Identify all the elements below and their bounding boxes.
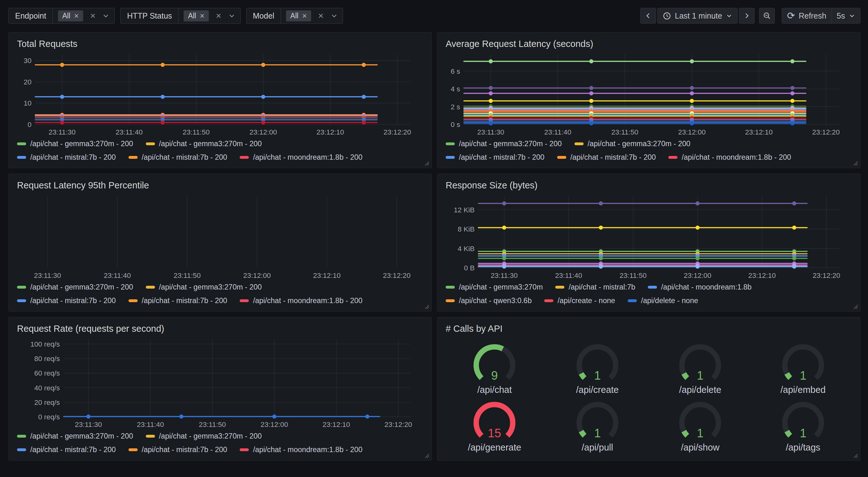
panel-title[interactable]: Average Request Latency (seconds) <box>443 36 855 51</box>
legend-item[interactable]: /api/chat - gemma3:270m - 200 <box>575 140 691 148</box>
remove-value-icon[interactable]: × <box>200 12 205 20</box>
time-zoom-out-button[interactable] <box>759 8 775 24</box>
panel-resize-handle[interactable] <box>424 161 430 166</box>
legend-item[interactable]: /api/chat - gemma3:270m - 200 <box>17 432 133 441</box>
svg-text:23:11:40: 23:11:40 <box>104 272 131 279</box>
legend-item[interactable]: /api/chat - moondream:1.8b - 200 <box>240 296 362 305</box>
gauge-api-pull: 1/api/pull <box>546 397 649 455</box>
filter-model-selected-pill[interactable]: All × <box>286 10 311 22</box>
legend-item[interactable]: /api/chat - qwen3:0.6b <box>446 296 532 305</box>
svg-text:23:11:30: 23:11:30 <box>491 272 518 279</box>
filter-endpoint-selected-pill[interactable]: All × <box>58 10 83 22</box>
panel-resize-handle[interactable] <box>853 304 859 310</box>
svg-text:40 req/s: 40 req/s <box>34 384 60 392</box>
legend-item[interactable]: /api/chat - gemma3:270m - 200 <box>446 140 562 148</box>
time-range-picker-button[interactable]: Last 1 minute <box>657 8 738 24</box>
legend-series-label: /api/chat - mistral:7b - 200 <box>459 153 545 161</box>
svg-text:23:11:30: 23:11:30 <box>75 421 102 428</box>
legend-series-color-chip <box>128 156 137 159</box>
legend-item[interactable]: /api/chat - gemma3:270m - 200 <box>146 432 262 441</box>
panel-resize-handle[interactable] <box>424 453 430 459</box>
gauge-api-create: 1/api/create <box>546 339 649 397</box>
svg-text:100 req/s: 100 req/s <box>30 340 60 348</box>
legend-item[interactable]: /api/chat - moondream:1.8b - 200 <box>240 153 362 161</box>
remove-value-icon[interactable]: × <box>74 12 79 20</box>
panel-title[interactable]: Request Latency 95th Percentile <box>14 177 426 192</box>
chart-canvas-request-rate[interactable]: 0 req/s20 req/s40 req/s60 req/s80 req/s1… <box>14 335 426 429</box>
legend-item[interactable]: /api/chat - gemma3:270m - 200 <box>146 283 262 292</box>
legend-item[interactable]: /api/chat - mistral:7b - 200 <box>17 153 116 161</box>
filter-model[interactable]: Model All × × <box>246 8 343 24</box>
legend-series-color-chip <box>555 286 564 289</box>
legend-item[interactable]: /api/delete - none <box>628 296 698 305</box>
svg-text:23:12:00: 23:12:00 <box>678 128 706 136</box>
legend-item[interactable]: /api/chat - gemma3:270m <box>446 283 542 292</box>
refresh-group: ⟳ Refresh 5s <box>782 8 861 24</box>
legend-item[interactable]: /api/chat - mistral:7b - 200 <box>17 296 116 305</box>
filter-http-status-selected-pill[interactable]: All × <box>184 10 209 22</box>
magnifier-minus-icon <box>763 12 771 20</box>
filter-http-status[interactable]: HTTP Status All × × <box>120 8 240 24</box>
legend-average-latency: /api/chat - gemma3:270m - 200/api/chat -… <box>443 137 855 166</box>
panel-title[interactable]: Total Requests <box>14 36 426 51</box>
time-shift-back-button[interactable] <box>640 8 656 24</box>
clear-filter-icon[interactable]: × <box>317 11 325 21</box>
chevron-down-icon[interactable] <box>228 12 235 19</box>
legend-item[interactable]: /api/create - none <box>544 296 615 305</box>
panel-title[interactable]: Request Rate (requests per second) <box>14 320 426 335</box>
legend-latency-p95: /api/chat - gemma3:270m - 200/api/chat -… <box>14 280 426 309</box>
legend-item[interactable]: /api/chat - mistral:7b - 200 <box>128 153 227 161</box>
refresh-button[interactable]: ⟳ Refresh <box>782 8 832 23</box>
chart-canvas-response-size[interactable]: 0 B4 KiB8 KiB12 KiB23:11:3023:11:4023:11… <box>443 192 855 280</box>
legend-item[interactable]: /api/chat - moondream:1.8b - 200 <box>240 446 362 454</box>
chevron-down-icon[interactable] <box>102 12 109 19</box>
legend-item[interactable]: /api/chat - mistral:7b <box>555 283 635 292</box>
legend-item[interactable]: /api/chat - mistral:7b - 200 <box>128 296 227 305</box>
legend-series-label: /api/chat - gemma3:270m - 200 <box>588 140 691 148</box>
time-shift-forward-button[interactable] <box>739 8 755 24</box>
legend-series-color-chip <box>17 156 26 159</box>
chart-canvas-average-latency[interactable]: 0 s2 s4 s6 s23:11:3023:11:4023:11:5023:1… <box>443 51 855 137</box>
legend-item[interactable]: /api/chat - moondream:1.8b <box>648 283 751 292</box>
legend-series-color-chip <box>17 448 26 451</box>
panel-title[interactable]: # Calls by API <box>443 320 855 335</box>
legend-item[interactable]: /api/chat - mistral:7b - 200 <box>17 446 116 454</box>
gauge-value: 1 <box>697 369 704 382</box>
svg-text:23:11:30: 23:11:30 <box>34 272 61 279</box>
panel-title[interactable]: Response Size (bytes) <box>443 177 855 192</box>
legend-item[interactable]: /api/chat - gemma3:270m - 200 <box>146 140 262 148</box>
legend-series-label: /api/chat - moondream:1.8b - 200 <box>253 446 362 454</box>
filter-endpoint-value[interactable]: All × × <box>53 8 115 23</box>
svg-text:23:11:40: 23:11:40 <box>137 421 164 428</box>
chart-canvas-total-requests[interactable]: 010203023:11:3023:11:4023:11:5023:12:002… <box>14 51 426 137</box>
svg-text:2 s: 2 s <box>451 103 460 111</box>
legend-series-color-chip <box>628 299 637 302</box>
chevron-down-icon[interactable] <box>331 12 338 19</box>
legend-item[interactable]: /api/chat - mistral:7b - 200 <box>128 446 227 454</box>
legend-series-label: /api/chat - mistral:7b - 200 <box>570 153 656 161</box>
gauge-label: /api/tags <box>786 442 820 453</box>
remove-value-icon[interactable]: × <box>302 12 307 20</box>
filter-model-value[interactable]: All × × <box>281 8 343 23</box>
legend-item[interactable]: /api/chat - mistral:7b - 200 <box>557 153 656 161</box>
svg-text:6 s: 6 s <box>451 67 460 75</box>
panel-resize-handle[interactable] <box>853 161 859 166</box>
filter-http-status-value[interactable]: All × × <box>179 8 240 23</box>
legend-series-color-chip <box>146 142 155 145</box>
panel-resize-handle[interactable] <box>853 453 859 459</box>
panel-resize-handle[interactable] <box>424 304 430 310</box>
clear-filter-icon[interactable]: × <box>89 11 97 21</box>
chart-canvas-latency-p95[interactable]: 23:11:3023:11:4023:11:5023:12:0023:12:10… <box>14 192 426 280</box>
legend-series-color-chip <box>128 448 137 451</box>
panel-grid: Total Requests 010203023:11:3023:11:4023… <box>8 32 861 460</box>
gauge-api-tags: 1/api/tags <box>752 397 855 455</box>
clear-filter-icon[interactable]: × <box>215 11 223 21</box>
legend-item[interactable]: /api/chat - mistral:7b - 200 <box>446 153 545 161</box>
legend-item[interactable]: /api/chat - gemma3:270m - 200 <box>17 140 133 148</box>
legend-item[interactable]: /api/chat - gemma3:270m - 200 <box>17 283 133 292</box>
filter-endpoint[interactable]: Endpoint All × × <box>8 8 115 24</box>
svg-text:23:11:50: 23:11:50 <box>611 128 639 136</box>
refresh-interval-button[interactable]: 5s <box>832 8 860 23</box>
legend-item[interactable]: /api/chat - moondream:1.8b - 200 <box>668 153 791 161</box>
svg-text:4 s: 4 s <box>451 85 460 93</box>
